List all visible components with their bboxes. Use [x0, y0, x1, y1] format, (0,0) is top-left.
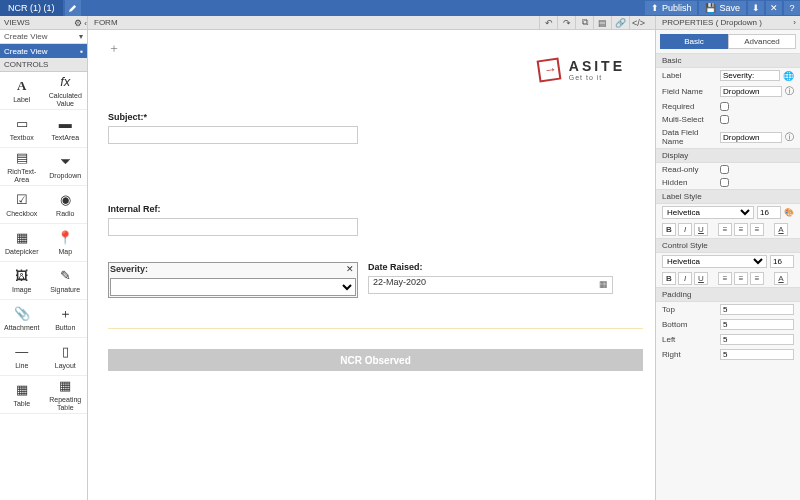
pad-right-input[interactable]	[720, 349, 794, 360]
color-icon[interactable]: 🎨	[784, 208, 794, 217]
labelstyle-align-left[interactable]: ≡	[718, 223, 732, 236]
properties-collapse[interactable]: ›	[793, 18, 796, 27]
add-section-button[interactable]: ＋	[108, 40, 643, 57]
control-datepicker[interactable]: ▦Datepicker	[0, 224, 44, 262]
control-signature[interactable]: ✎Signature	[44, 262, 88, 300]
controlstyle-italic[interactable]: I	[678, 272, 692, 285]
close-button[interactable]: ✕	[766, 1, 782, 15]
control-calculated-value[interactable]: fxCalculated Value	[44, 72, 88, 110]
control-radio[interactable]: ◉Radio	[44, 186, 88, 224]
control-button[interactable]: ＋Button	[44, 300, 88, 338]
internal-ref-label: Internal Ref:	[108, 204, 643, 214]
document-tab[interactable]: NCR (1) (1)	[0, 0, 63, 16]
tab-basic[interactable]: Basic	[660, 34, 728, 49]
redo-icon: ↷	[563, 18, 571, 28]
views-collapse[interactable]: ⚙ ‹	[74, 18, 87, 28]
section-display: Display	[656, 148, 800, 163]
prop-readonly-checkbox[interactable]	[720, 165, 729, 174]
view-remove-icon[interactable]: ▪	[80, 47, 83, 56]
control-repeating-table[interactable]: ▦Repeating Table	[44, 376, 88, 414]
severity-field-selected[interactable]: Severity:✕	[108, 262, 358, 298]
control-checkbox[interactable]: ☑Checkbox	[0, 186, 44, 224]
control-attachment[interactable]: 📎Attachment	[0, 300, 44, 338]
controlstyle-align-left[interactable]: ≡	[718, 272, 732, 285]
prop-label-input[interactable]	[720, 70, 780, 81]
edit-button[interactable]	[65, 0, 81, 16]
internal-ref-input[interactable]	[108, 218, 358, 236]
paste-button[interactable]: ▤	[593, 16, 611, 29]
subject-input[interactable]	[108, 126, 358, 144]
labelstyle-underline[interactable]: U	[694, 223, 708, 236]
control-line[interactable]: —Line	[0, 338, 44, 376]
help-button[interactable]: ?	[784, 1, 800, 15]
info-icon[interactable]: ⓘ	[785, 85, 794, 98]
download-button[interactable]: ⬇	[748, 1, 764, 15]
prop-multiselect-checkbox[interactable]	[720, 115, 729, 124]
control-table[interactable]: ▦Table	[0, 376, 44, 414]
link-button[interactable]: 🔗	[611, 16, 629, 29]
prop-datafield-input[interactable]	[720, 132, 782, 143]
pad-top-lbl: Top	[662, 305, 720, 314]
severity-label: Severity:	[110, 264, 148, 274]
logo-icon	[537, 57, 562, 82]
create-view-dropdown[interactable]: Create View▾	[0, 30, 87, 44]
date-raised-label: Date Raised:	[368, 262, 613, 272]
prop-required-checkbox[interactable]	[720, 102, 729, 111]
control-layout[interactable]: ▯Layout	[44, 338, 88, 376]
controlstyle-align-right[interactable]: ≡	[750, 272, 764, 285]
control-label[interactable]: ALabel	[0, 72, 44, 110]
prop-readonly-lbl: Read-only	[662, 165, 720, 174]
labelstyle-bold[interactable]: B	[662, 223, 676, 236]
gear-icon: ⚙	[74, 18, 82, 28]
section-padding: Padding	[656, 287, 800, 302]
date-raised-input[interactable]: 22-May-2020 ▦	[368, 276, 613, 294]
redo-button[interactable]: ↷	[557, 16, 575, 29]
paste-icon: ▤	[598, 18, 607, 28]
prop-required-lbl: Required	[662, 102, 720, 111]
info-icon[interactable]: ⓘ	[785, 131, 794, 144]
control-dropdown[interactable]: ⏷Dropdown	[44, 148, 88, 186]
globe-icon[interactable]: 🌐	[783, 71, 794, 81]
control-map[interactable]: 📍Map	[44, 224, 88, 262]
pad-top-input[interactable]	[720, 304, 794, 315]
copy-button[interactable]: ⧉	[575, 16, 593, 29]
control-textbox[interactable]: ▭Textbox	[0, 110, 44, 148]
publish-button[interactable]: ⬆Publish	[645, 1, 698, 15]
labelstyle-textcolor[interactable]: A	[774, 223, 788, 236]
labelstyle-italic[interactable]: I	[678, 223, 692, 236]
labelstyle-size-input[interactable]	[757, 206, 781, 219]
control-image[interactable]: 🖼Image	[0, 262, 44, 300]
control-textarea[interactable]: ▬TextArea	[44, 110, 88, 148]
prop-fieldname-input[interactable]	[720, 86, 782, 97]
code-button[interactable]: </>	[629, 16, 647, 29]
control-richtext[interactable]: ▤RichText-Area	[0, 148, 44, 186]
link-icon: 🔗	[615, 18, 626, 28]
undo-button[interactable]: ↶	[539, 16, 557, 29]
controlstyle-textcolor[interactable]: A	[774, 272, 788, 285]
labelstyle-align-center[interactable]: ≡	[734, 223, 748, 236]
subject-label: Subject:*	[108, 112, 643, 122]
labelstyle-align-right[interactable]: ≡	[750, 223, 764, 236]
views-header: VIEWS	[4, 18, 30, 27]
ncr-observed-banner: NCR Observed	[108, 349, 643, 371]
severity-dropdown[interactable]	[110, 278, 356, 296]
properties-header: PROPERTIES ( Dropdown )	[662, 18, 762, 27]
pad-left-input[interactable]	[720, 334, 794, 345]
pad-bottom-input[interactable]	[720, 319, 794, 330]
tab-advanced[interactable]: Advanced	[728, 34, 796, 49]
labelstyle-font-select[interactable]: Helvetica	[662, 206, 754, 219]
controlstyle-align-center[interactable]: ≡	[734, 272, 748, 285]
controlstyle-underline[interactable]: U	[694, 272, 708, 285]
view-item-active[interactable]: Create View▪	[0, 44, 87, 58]
controlstyle-bold[interactable]: B	[662, 272, 676, 285]
calendar-icon[interactable]: ▦	[599, 279, 608, 289]
controlstyle-font-select[interactable]: Helvetica	[662, 255, 767, 268]
prop-fieldname-lbl: Field Name	[662, 87, 720, 96]
controlstyle-size-input[interactable]	[770, 255, 794, 268]
undo-icon: ↶	[545, 18, 553, 28]
code-icon: </>	[632, 18, 645, 28]
severity-remove-icon[interactable]: ✕	[346, 264, 354, 274]
close-icon: ✕	[770, 3, 778, 13]
prop-hidden-checkbox[interactable]	[720, 178, 729, 187]
save-button[interactable]: 💾Save	[699, 1, 746, 15]
